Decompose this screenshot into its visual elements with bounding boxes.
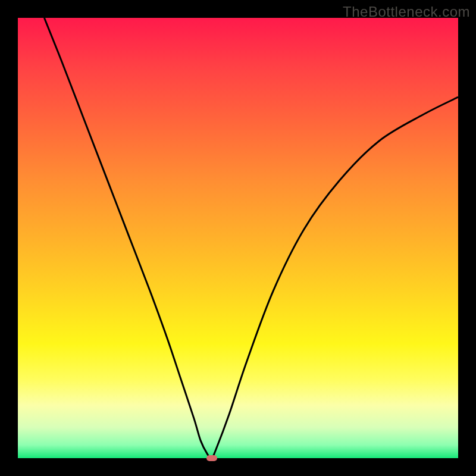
- watermark-text: TheBottleneck.com: [343, 4, 470, 20]
- bottleneck-curve: [18, 18, 458, 458]
- plot-area: [18, 18, 458, 458]
- optimal-point-marker: [206, 455, 217, 461]
- chart-frame: TheBottleneck.com: [0, 0, 476, 476]
